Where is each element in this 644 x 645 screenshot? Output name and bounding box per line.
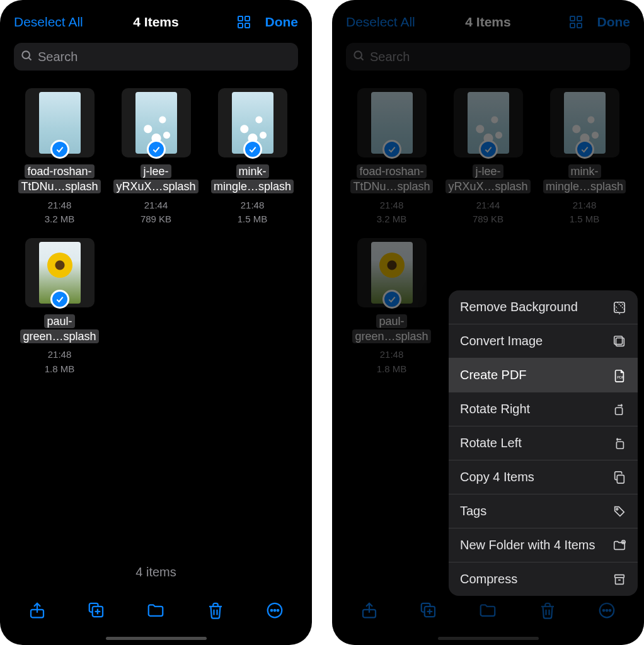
header: Deselect All 4 Items Done — [332, 0, 644, 40]
file-size: 1.5 MB — [570, 212, 600, 227]
svg-point-21 — [603, 610, 605, 612]
tag-icon — [612, 505, 626, 518]
svg-point-11 — [277, 610, 279, 612]
menu-item-label: Compress — [460, 572, 517, 586]
selected-check-icon — [50, 290, 69, 309]
menu-item-copy-4-items[interactable]: Copy 4 Items — [449, 460, 638, 494]
done-button[interactable]: Done — [597, 14, 631, 30]
trash-icon[interactable] — [538, 601, 557, 622]
folder-icon[interactable] — [146, 601, 165, 622]
new-folder-icon — [612, 539, 626, 552]
menu-item-label: Convert Image — [460, 334, 543, 348]
svg-point-16 — [354, 51, 362, 59]
deselect-all-button[interactable]: Deselect All — [14, 14, 83, 30]
archive-icon — [612, 573, 626, 586]
file-name: foad-roshan- TtDNu…splash — [350, 164, 432, 195]
file-time: 21:48 — [377, 198, 407, 213]
menu-item-compress[interactable]: Compress — [449, 562, 638, 596]
selected-check-icon — [479, 140, 498, 159]
bottom-toolbar — [332, 601, 644, 630]
home-indicator[interactable] — [438, 637, 539, 640]
svg-rect-3 — [245, 23, 250, 28]
more-icon[interactable] — [597, 601, 616, 622]
search-icon — [20, 49, 33, 64]
file-item[interactable]: j-lee- yRXuX…splash 21:44 789 KB — [112, 88, 200, 227]
file-item[interactable]: paul- green…splash 21:48 1.8 MB — [15, 238, 104, 377]
home-indicator[interactable] — [106, 637, 207, 640]
svg-rect-26 — [614, 336, 623, 344]
header-title: 4 Items — [465, 14, 510, 30]
svg-rect-2 — [238, 23, 243, 28]
file-thumbnail[interactable] — [454, 88, 523, 157]
file-name: foad-roshan- TtDNu…splash — [18, 164, 100, 195]
svg-rect-15 — [577, 23, 582, 28]
deselect-all-button[interactable]: Deselect All — [346, 14, 415, 30]
file-time: 21:48 — [377, 348, 407, 362]
file-item[interactable]: mink- mingle…splash 21:48 1.5 MB — [540, 88, 629, 227]
header: Deselect All 4 Items Done — [0, 0, 312, 40]
svg-rect-34 — [616, 578, 624, 584]
search-input[interactable]: Search — [346, 43, 630, 71]
view-grid-icon[interactable] — [568, 14, 584, 30]
svg-point-23 — [609, 610, 611, 612]
file-time: 21:48 — [570, 198, 600, 213]
trash-icon[interactable] — [206, 601, 225, 622]
file-thumbnail[interactable] — [25, 238, 95, 307]
file-thumbnail[interactable] — [218, 88, 287, 157]
menu-item-label: New Folder with 4 Items — [460, 538, 595, 552]
menu-item-label: Tags — [460, 504, 486, 518]
more-icon[interactable] — [265, 601, 284, 622]
menu-item-new-folder-with-4-items[interactable]: New Folder with 4 Items — [449, 528, 638, 562]
rotate-left-icon — [612, 437, 626, 450]
file-item[interactable]: foad-roshan- TtDNu…splash 21:48 3.2 MB — [15, 88, 104, 227]
duplicate-icon[interactable] — [87, 601, 106, 622]
menu-item-create-pdf[interactable]: Create PDF PDF — [449, 358, 638, 392]
file-item[interactable]: foad-roshan- TtDNu…splash 21:48 3.2 MB — [347, 88, 436, 227]
rotate-right-icon — [612, 402, 626, 416]
menu-item-convert-image[interactable]: Convert Image — [449, 324, 638, 358]
file-item[interactable]: mink- mingle…splash 21:48 1.5 MB — [208, 88, 297, 227]
duplicate-icon[interactable] — [419, 601, 438, 622]
share-icon[interactable] — [28, 601, 47, 622]
menu-item-tags[interactable]: Tags — [449, 494, 638, 528]
menu-item-rotate-left[interactable]: Rotate Left — [449, 426, 638, 460]
file-thumbnail[interactable] — [550, 88, 619, 157]
file-time: 21:44 — [141, 198, 171, 213]
file-size: 789 KB — [141, 212, 171, 227]
svg-rect-30 — [617, 475, 624, 483]
file-thumbnail[interactable] — [25, 88, 95, 157]
folder-icon[interactable] — [478, 601, 497, 622]
file-thumbnail[interactable] — [357, 88, 427, 157]
pdf-icon: PDF — [612, 368, 626, 382]
view-grid-icon[interactable] — [236, 14, 251, 30]
file-time: 21:48 — [45, 348, 75, 362]
file-thumbnail[interactable] — [357, 238, 427, 307]
search-input[interactable]: Search — [14, 43, 298, 71]
header-title: 4 Items — [133, 14, 178, 30]
convert-icon — [612, 334, 626, 348]
file-item[interactable]: paul- green…splash 21:48 1.8 MB — [347, 238, 436, 377]
done-button[interactable]: Done — [265, 14, 299, 30]
remove-bg-icon — [612, 300, 626, 314]
share-icon[interactable] — [360, 601, 379, 622]
menu-item-label: Copy 4 Items — [460, 470, 534, 484]
selected-check-icon — [575, 140, 594, 159]
file-name: j-lee- yRXuX…splash — [113, 164, 198, 195]
svg-rect-13 — [577, 16, 582, 21]
phone-left: Deselect All 4 Items Done Search foad-ro… — [0, 0, 312, 645]
search-icon — [352, 49, 365, 64]
file-thumbnail[interactable] — [122, 88, 191, 157]
menu-item-rotate-right[interactable]: Rotate Right — [449, 392, 638, 426]
file-size: 3.2 MB — [377, 212, 407, 227]
svg-rect-12 — [570, 16, 575, 21]
selected-check-icon — [382, 290, 401, 309]
svg-rect-29 — [616, 442, 623, 448]
svg-rect-14 — [570, 23, 575, 28]
file-item[interactable]: j-lee- yRXuX…splash 21:44 789 KB — [444, 88, 532, 227]
phone-right: Deselect All 4 Items Done Search foad-ro… — [332, 0, 644, 645]
menu-item-label: Rotate Right — [460, 402, 530, 416]
svg-line-5 — [29, 58, 32, 60]
menu-item-remove-background[interactable]: Remove Background — [449, 290, 638, 324]
file-size: 1.8 MB — [377, 362, 407, 377]
svg-point-4 — [22, 51, 30, 59]
